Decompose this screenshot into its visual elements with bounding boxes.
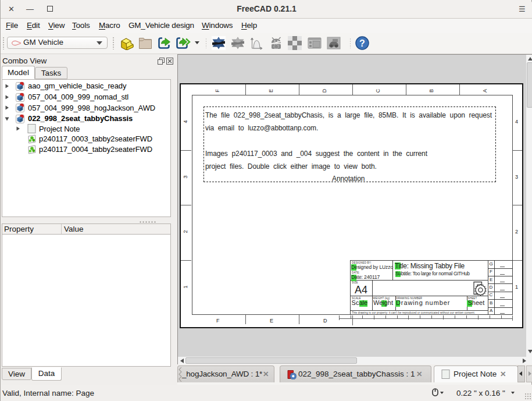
svg-text:?: ?	[359, 38, 365, 48]
